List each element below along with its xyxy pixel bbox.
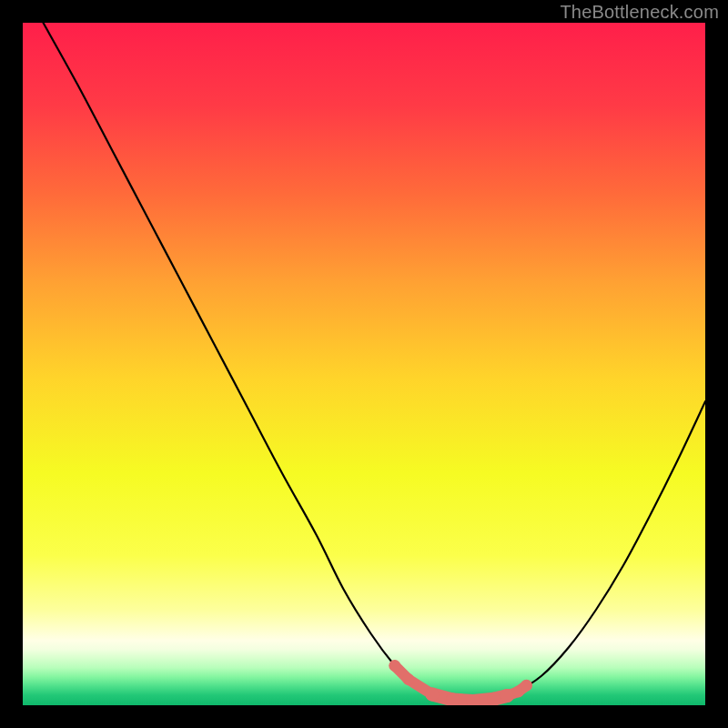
sweet-spot-dot: [389, 660, 400, 672]
sweet-spot-dot: [521, 680, 532, 692]
bottleneck-chart: [23, 23, 705, 705]
sweet-spot-dot: [500, 689, 514, 703]
sweet-spot-dot: [402, 673, 414, 685]
attribution-label: TheBottleneck.com: [560, 2, 719, 23]
chart-stage: TheBottleneck.com: [0, 0, 728, 728]
gradient-background: [23, 23, 705, 705]
sweet-spot-dot: [426, 688, 440, 702]
